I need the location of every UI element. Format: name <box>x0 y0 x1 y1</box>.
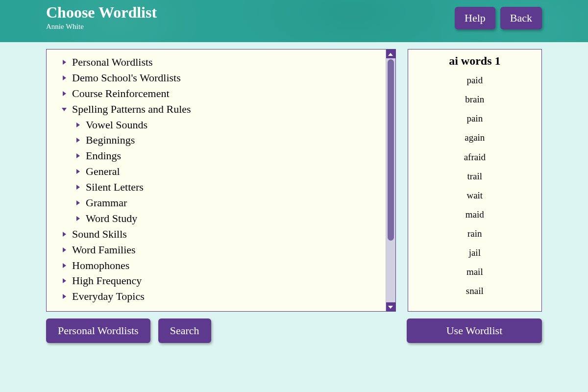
header: Choose Wordlist Annie White Help Back <box>0 0 588 42</box>
svg-marker-7 <box>76 169 80 174</box>
scroll-down-button[interactable] <box>386 302 395 311</box>
scrollbar[interactable] <box>386 49 395 311</box>
triangle-right-icon <box>61 247 68 253</box>
tree-item[interactable]: Grammar <box>75 195 381 211</box>
triangle-right-icon <box>75 153 82 159</box>
svg-marker-10 <box>76 216 80 221</box>
personal-wordlists-button[interactable]: Personal Wordlists <box>46 318 150 343</box>
svg-marker-4 <box>76 122 80 127</box>
triangle-right-icon <box>61 91 68 97</box>
tree-item[interactable]: Demo School's Wordlists <box>61 70 381 86</box>
tree-item[interactable]: Vowel Sounds <box>75 117 381 133</box>
preview-word: rain <box>411 224 539 243</box>
tree-item-label: General <box>86 164 120 179</box>
svg-marker-0 <box>63 60 66 65</box>
scroll-thumb[interactable] <box>388 59 394 241</box>
tree-item-label: Homophones <box>72 258 129 273</box>
triangle-right-icon <box>61 59 68 65</box>
svg-marker-2 <box>63 91 66 96</box>
triangle-right-icon <box>75 169 82 174</box>
tree-item[interactable]: General <box>75 164 381 179</box>
triangle-right-icon <box>61 294 68 299</box>
main-content: Personal WordlistsDemo School's Wordlist… <box>0 42 588 312</box>
wordlist-preview-panel: ai words 1 paidbrainpainagainafraidtrail… <box>408 49 542 312</box>
tree-item-label: High Frequency <box>72 273 142 289</box>
tree-item-label: Vowel Sounds <box>86 117 147 133</box>
svg-marker-15 <box>63 294 66 299</box>
tree-item[interactable]: Homophones <box>61 258 381 273</box>
preview-word: snail <box>411 281 539 300</box>
preview-word: brain <box>411 90 539 109</box>
triangle-right-icon <box>61 231 68 237</box>
tree-item-label: Everyday Topics <box>72 289 145 304</box>
tree-item-label: Beginnings <box>86 132 135 148</box>
tree-item[interactable]: High Frequency <box>61 273 381 289</box>
tree-item[interactable]: Personal Wordlists <box>61 54 381 70</box>
tree-item[interactable]: Everyday Topics <box>61 289 381 304</box>
scroll-up-button[interactable] <box>386 49 395 58</box>
triangle-right-icon <box>75 216 82 221</box>
tree-item[interactable]: Spelling Patterns and Rules <box>61 101 381 117</box>
triangle-right-icon <box>75 184 82 190</box>
tree-item[interactable]: Course Reinforcement <box>61 86 381 101</box>
button-row-left: Personal Wordlists Search <box>46 318 211 343</box>
triangle-right-icon <box>61 278 68 284</box>
search-button[interactable]: Search <box>158 318 211 343</box>
triangle-right-icon <box>75 200 82 206</box>
tree-item[interactable]: Silent Letters <box>75 179 381 195</box>
triangle-right-icon <box>75 122 82 128</box>
tree-item[interactable]: Beginnings <box>75 132 381 148</box>
svg-marker-13 <box>63 263 66 268</box>
svg-marker-1 <box>63 75 66 80</box>
svg-marker-6 <box>76 153 80 158</box>
preview-word: jail <box>411 243 539 262</box>
back-button[interactable]: Back <box>500 7 542 29</box>
preview-word: paid <box>411 71 539 90</box>
tree-container: Personal WordlistsDemo School's Wordlist… <box>46 49 396 312</box>
triangle-right-icon <box>61 263 68 269</box>
svg-marker-14 <box>63 278 66 283</box>
tree-item-label: Personal Wordlists <box>72 54 153 70</box>
svg-marker-3 <box>62 108 67 111</box>
tree-item[interactable]: Word Families <box>61 242 381 258</box>
chevron-up-icon <box>388 49 393 58</box>
word-list: paidbrainpainagainafraidtrailwaitmaidrai… <box>411 71 539 301</box>
tree-content: Personal WordlistsDemo School's Wordlist… <box>47 49 386 311</box>
preview-word: afraid <box>411 147 539 167</box>
svg-marker-17 <box>388 306 393 309</box>
preview-word: wait <box>411 186 539 205</box>
svg-marker-9 <box>76 200 80 205</box>
user-name: Annie White <box>46 23 157 31</box>
svg-marker-8 <box>76 185 80 190</box>
preview-word: trail <box>411 167 539 186</box>
svg-marker-12 <box>63 247 66 252</box>
tree-item-label: Sound Skills <box>72 226 127 242</box>
preview-word: maid <box>411 205 539 224</box>
tree-item-label: Spelling Patterns and Rules <box>72 101 191 117</box>
tree-item[interactable]: Sound Skills <box>61 226 381 242</box>
svg-marker-16 <box>388 53 393 56</box>
tree-item[interactable]: Word Study <box>75 211 381 226</box>
preview-title: ai words 1 <box>411 54 539 68</box>
chevron-down-icon <box>388 302 393 311</box>
help-button[interactable]: Help <box>455 7 495 29</box>
triangle-down-icon <box>61 106 68 112</box>
triangle-right-icon <box>75 137 82 143</box>
tree-item-label: Word Study <box>86 211 137 226</box>
tree-item-label: Demo School's Wordlists <box>72 70 181 86</box>
tree-item-label: Silent Letters <box>86 179 144 195</box>
tree-item-label: Word Families <box>72 242 136 258</box>
tree-item-label: Course Reinforcement <box>72 86 170 101</box>
tree-item-label: Endings <box>86 148 121 164</box>
scroll-track[interactable] <box>386 58 395 302</box>
wordlist-tree-panel: Personal WordlistsDemo School's Wordlist… <box>46 49 396 312</box>
page-title: Choose Wordlist <box>46 3 157 22</box>
header-buttons: Help Back <box>455 0 542 29</box>
svg-marker-11 <box>63 232 66 237</box>
button-row: Personal Wordlists Search Use Wordlist <box>0 312 588 343</box>
svg-marker-5 <box>76 138 80 143</box>
tree-item[interactable]: Endings <box>75 148 381 164</box>
use-wordlist-button[interactable]: Use Wordlist <box>407 318 542 343</box>
preview-word: again <box>411 128 539 147</box>
triangle-right-icon <box>61 75 68 81</box>
